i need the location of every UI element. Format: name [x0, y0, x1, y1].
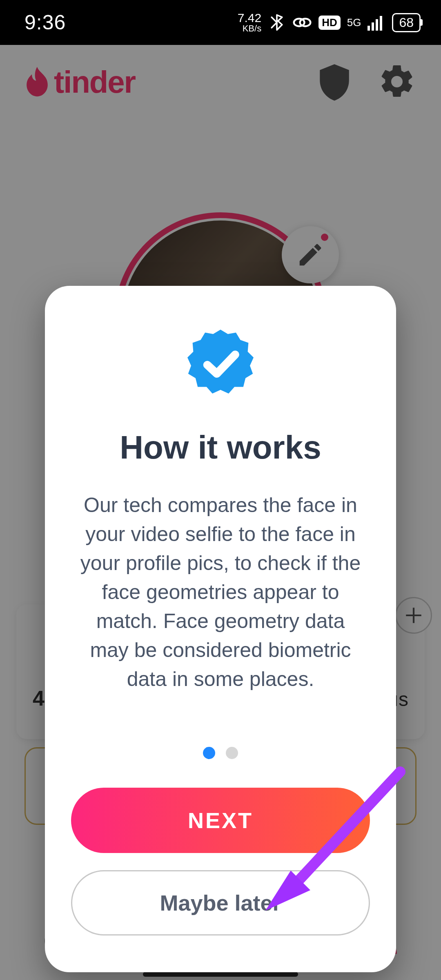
- status-right: 7.42 KB/s HD 5G 68: [238, 12, 421, 33]
- data-rate: 7.42 KB/s: [238, 12, 261, 33]
- dot-icon: [203, 747, 215, 759]
- signal-icon: [368, 14, 385, 31]
- svg-rect-11: [372, 22, 374, 31]
- svg-rect-10: [368, 26, 370, 31]
- bluetooth-icon: [268, 13, 286, 31]
- maybe-later-button[interactable]: Maybe later: [71, 870, 370, 935]
- modal-body: Our tech compares the face in your video…: [71, 491, 370, 694]
- modal-title: How it works: [71, 429, 370, 466]
- battery-indicator: 68: [392, 13, 421, 32]
- verification-modal: How it works Our tech compares the face …: [45, 286, 396, 972]
- screen: tinder 4: [0, 0, 441, 980]
- network-type: 5G: [347, 17, 361, 28]
- status-bar: 9:36 7.42 KB/s HD 5G 68: [0, 0, 441, 45]
- link-icon: [292, 13, 312, 31]
- verified-badge-icon: [184, 327, 257, 400]
- hd-badge: HD: [318, 16, 341, 30]
- dot-icon: [226, 747, 238, 759]
- svg-rect-12: [376, 19, 378, 31]
- svg-rect-13: [380, 16, 382, 31]
- next-button[interactable]: NEXT: [71, 788, 370, 853]
- modal-pager-dots: [71, 747, 370, 759]
- status-time: 9:36: [24, 11, 66, 34]
